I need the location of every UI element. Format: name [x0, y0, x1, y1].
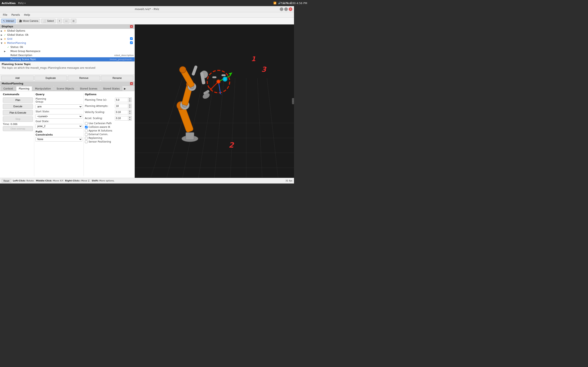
- file-menu[interactable]: File: [1, 13, 9, 17]
- title-bar: moveit.rviz* - RViz — □ ✕: [0, 6, 294, 12]
- use-cartesian-checkbox[interactable]: [85, 122, 87, 125]
- planning-time-input[interactable]: [115, 98, 128, 102]
- network-icon: 📶: [273, 2, 277, 4]
- remove-button[interactable]: Remove: [68, 76, 100, 81]
- select-button[interactable]: ⬜ Select: [41, 19, 56, 23]
- svg-line-29: [218, 82, 221, 94]
- plan-button[interactable]: Plan: [3, 98, 33, 103]
- svg-rect-40: [191, 65, 198, 76]
- tree-item-planning-scene-topic[interactable]: Planning Scene Topic /move_group/monit..…: [0, 57, 135, 61]
- accel-scaling-up[interactable]: ▲: [128, 116, 131, 118]
- start-state-row: Start State:: [35, 110, 82, 113]
- left-panel: Displays ✕ ▶ ⚙ Global Options ▶ ✓ Global…: [0, 25, 135, 178]
- velocity-scaling-row: Velocity Scaling: ▲ ▼: [85, 110, 132, 115]
- add-button[interactable]: Add: [1, 76, 34, 81]
- planning-attempts-input[interactable]: [115, 104, 128, 108]
- tree-item-robot-description[interactable]: Robot Description robot_description: [0, 53, 135, 57]
- app-dropdown-icon[interactable]: ▾: [25, 2, 26, 4]
- velocity-scaling-input[interactable]: [115, 110, 128, 114]
- grid-checkbox[interactable]: [130, 37, 133, 40]
- interact-button[interactable]: ↖ Interact: [1, 19, 16, 23]
- viewport-handle[interactable]: ‹: [292, 98, 294, 104]
- tab-context[interactable]: Context: [1, 86, 16, 91]
- tree-item-move-group[interactable]: ▶ Move Group Namespace: [0, 49, 135, 53]
- view-toolbar-button[interactable]: ⊙: [71, 19, 76, 23]
- svg-rect-19: [182, 83, 193, 106]
- execute-button[interactable]: Execute: [3, 104, 33, 109]
- velocity-scaling-spin[interactable]: ▲ ▼: [115, 110, 132, 115]
- accel-scaling-input[interactable]: [115, 116, 128, 120]
- tab-scene-objects[interactable]: Scene Objects: [54, 86, 77, 91]
- replanning-checkbox[interactable]: [85, 137, 87, 140]
- displays-close-button[interactable]: ✕: [130, 25, 133, 28]
- commands-column: Commands Plan Execute Plan & Execute Sto…: [2, 93, 34, 176]
- replanning-row: Replanning: [85, 137, 132, 140]
- tab-manipulation[interactable]: Manipulation: [33, 86, 54, 91]
- path-constraints-select[interactable]: None: [35, 137, 82, 142]
- approx-ik-checkbox[interactable]: [85, 129, 87, 132]
- maximize-button[interactable]: □: [284, 7, 288, 11]
- options-column: Options Planning Time (s): ▲ ▼: [84, 93, 133, 176]
- app-menu[interactable]: RViz ▾: [18, 2, 26, 5]
- svg-point-17: [180, 100, 189, 109]
- tree-item-grid[interactable]: ▶ ⚙ Grid: [0, 37, 135, 41]
- tree-item-motion-planning[interactable]: ▼ ⚙ MotionPlanning: [0, 41, 135, 45]
- planning-attempts-spin[interactable]: ▲ ▼: [115, 104, 132, 108]
- motion-planning-title: MotionPlanning: [2, 82, 23, 85]
- close-button[interactable]: ✕: [289, 7, 292, 11]
- tab-more-button[interactable]: ▶: [123, 86, 127, 91]
- displays-tree[interactable]: ▶ ⚙ Global Options ▶ ✓ Global Status: Ok…: [0, 29, 135, 62]
- planning-attempts-up[interactable]: ▲: [128, 104, 131, 106]
- activities-button[interactable]: Activities: [2, 2, 16, 5]
- svg-point-20: [186, 80, 195, 89]
- action-buttons: Add Duplicate Remove Rename: [0, 75, 135, 82]
- planning-attempts-spinners: ▲ ▼: [128, 104, 132, 108]
- select-label: Select: [47, 20, 54, 22]
- collision-aware-checkbox[interactable]: [85, 126, 87, 128]
- move-camera-button[interactable]: 🎥 Move Camera: [17, 19, 40, 23]
- accel-scaling-spin[interactable]: ▲ ▼: [115, 116, 132, 121]
- system-bar-left: Activities RViz ▾: [2, 2, 26, 5]
- remove-toolbar-button[interactable]: —: [63, 19, 69, 23]
- goal-state-select-row: pose_2: [35, 124, 82, 128]
- rename-button[interactable]: Rename: [101, 76, 133, 81]
- duplicate-button[interactable]: Duplicate: [35, 76, 67, 81]
- planning-group-select[interactable]: arm: [35, 104, 82, 109]
- reset-button[interactable]: Reset: [2, 179, 11, 183]
- main-area: Displays ✕ ▶ ⚙ Global Options ▶ ✓ Global…: [0, 25, 294, 178]
- goal-state-select[interactable]: pose_2: [35, 124, 82, 128]
- tab-stored-states[interactable]: Stored States: [100, 86, 122, 91]
- 3d-viewport[interactable]: 1 2 3 ‹: [135, 25, 294, 178]
- velocity-scaling-down[interactable]: ▼: [128, 112, 131, 114]
- motion-planning-close-button[interactable]: ✕: [130, 82, 133, 85]
- tab-planning[interactable]: Planning: [16, 86, 32, 91]
- clear-octomap-button[interactable]: Clear octomap: [3, 126, 33, 131]
- description-title: Planning Scene Topic: [2, 63, 133, 66]
- start-state-select[interactable]: <current>: [35, 114, 82, 119]
- minimize-button[interactable]: —: [280, 7, 283, 11]
- external-comm-checkbox[interactable]: [85, 133, 87, 136]
- sensor-positioning-checkbox[interactable]: [85, 141, 87, 143]
- panels-menu[interactable]: Panels: [10, 13, 22, 17]
- replanning-label: Replanning: [89, 137, 102, 140]
- motion-planning-checkbox[interactable]: [130, 42, 133, 44]
- tree-arrow: ▶: [1, 38, 3, 40]
- add-toolbar-button[interactable]: +: [57, 19, 62, 23]
- tab-stored-scenes[interactable]: Stored Scenes: [77, 86, 100, 91]
- planning-time-down[interactable]: ▼: [128, 100, 131, 102]
- tree-item-global-options[interactable]: ▶ ⚙ Global Options: [0, 29, 135, 33]
- velocity-scaling-up[interactable]: ▲: [128, 110, 131, 112]
- planning-time-spin[interactable]: ▲ ▼: [115, 98, 132, 102]
- help-menu[interactable]: Help: [22, 13, 32, 17]
- motion-planning-panel: MotionPlanning ✕ Context Planning Manipu…: [0, 82, 135, 178]
- svg-rect-23: [180, 68, 195, 88]
- planning-time-up[interactable]: ▲: [128, 98, 131, 100]
- stop-button[interactable]: Stop: [3, 117, 33, 122]
- tree-item-status-ok[interactable]: ✓ Status: Ok: [0, 45, 135, 49]
- accel-scaling-down[interactable]: ▼: [128, 118, 131, 120]
- tree-item-global-status[interactable]: ▶ ✓ Global Status: Ok: [0, 33, 135, 37]
- planning-attempts-down[interactable]: ▼: [128, 106, 131, 108]
- svg-line-6: [182, 78, 203, 178]
- use-cartesian-path-row: Use Cartesian Path: [85, 122, 132, 125]
- plan-execute-button[interactable]: Plan & Execute: [3, 110, 33, 115]
